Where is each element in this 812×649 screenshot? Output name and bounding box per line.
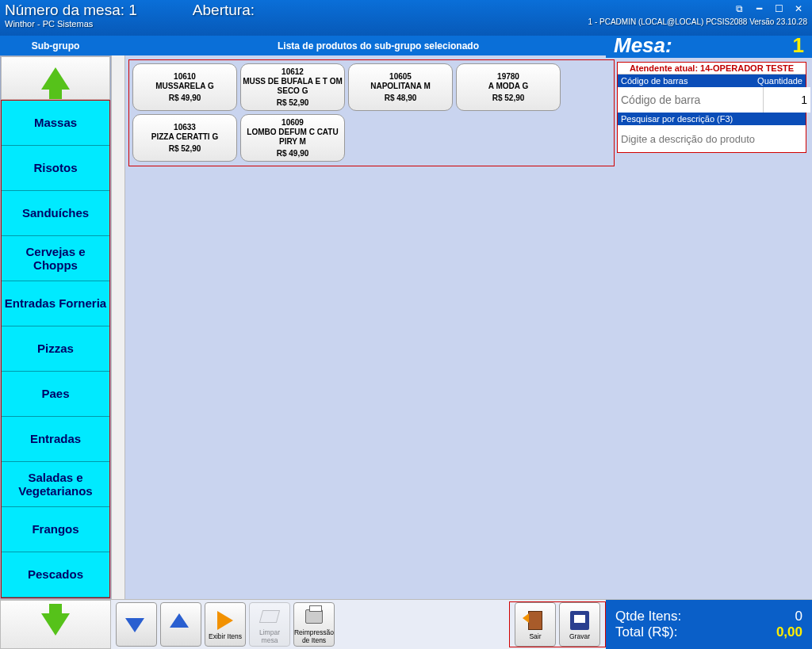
printer-icon	[305, 609, 323, 624]
product-name: MUSS DE BUFALA E T OM SECO G	[243, 77, 343, 96]
scroll-up-button[interactable]	[160, 602, 201, 647]
quantity-input[interactable]	[763, 87, 810, 113]
category-item[interactable]: Cervejas e Chopps	[2, 236, 109, 281]
subgroup-header: Sub-grupo	[0, 40, 111, 52]
status-text: 1 - PCADMIN (LOCAL@LOCAL) PCSIS2088 Vers…	[588, 17, 807, 26]
category-item[interactable]: Massas	[2, 101, 109, 146]
reimpressao-label: Reimpressão de Itens	[294, 628, 334, 644]
exibir-itens-button[interactable]: Exibir Itens	[205, 602, 246, 647]
limpar-mesa-button: Limpar mesa	[249, 602, 290, 647]
product-name: PIZZA CERATTI G	[151, 132, 218, 142]
product-code: 10605	[389, 72, 412, 82]
total-label: Total (R$):	[615, 624, 677, 640]
gravar-label: Gravar	[569, 632, 590, 640]
product-name: A MODA G	[488, 82, 528, 91]
mesa-number: 1	[793, 33, 804, 58]
category-item[interactable]: Entradas Forneria	[2, 281, 109, 326]
sair-button[interactable]: Sair	[515, 602, 556, 647]
category-item[interactable]: Risotos	[2, 146, 109, 191]
exit-door-icon	[528, 611, 542, 630]
product-name: MUSSARELA G	[155, 82, 214, 91]
product-tile[interactable]: 10633PIZZA CERATTI GR$ 52,90	[132, 114, 237, 162]
product-tile[interactable]: 10605NAPOLITANA MR$ 48,90	[348, 63, 453, 111]
blue-arrow-down-icon	[125, 618, 144, 632]
limpar-mesa-label: Limpar mesa	[251, 628, 289, 644]
app-subtitle: Winthor - PC Sistemas	[5, 19, 255, 29]
scroll-down-button[interactable]	[116, 602, 157, 647]
blue-arrow-up-icon	[170, 613, 189, 628]
barcode-input[interactable]	[618, 87, 763, 113]
eraser-icon	[259, 610, 280, 623]
save-disk-icon	[570, 611, 589, 630]
category-item[interactable]: Frangos	[2, 507, 109, 552]
arrow-down-icon	[41, 613, 70, 636]
arrow-up-icon	[41, 67, 70, 90]
product-code: 10633	[174, 123, 196, 132]
qtde-itens-label: Qtde Itens:	[615, 609, 681, 624]
product-price: R$ 52,90	[277, 98, 309, 108]
sair-label: Sair	[529, 632, 541, 640]
window-close-icon[interactable]: ✕	[790, 2, 807, 16]
window-maximize-icon[interactable]: ☐	[770, 2, 787, 16]
product-price: R$ 52,90	[492, 94, 525, 103]
category-scroll-up-button[interactable]	[1, 56, 110, 100]
totals-panel: Qtde Itens: 0 Total (R$): 0,00	[606, 600, 812, 649]
category-list: MassasRisotosSanduíchesCervejas e Chopps…	[1, 100, 110, 598]
product-code: 10612	[282, 67, 304, 77]
product-price: R$ 52,90	[169, 144, 201, 154]
product-code: 10609	[282, 118, 304, 128]
gravar-button[interactable]: Gravar	[559, 602, 600, 647]
sidebar-scrollbar[interactable]	[111, 55, 125, 599]
product-name: LOMBO DEFUM C CATU PIRY M	[243, 128, 343, 147]
product-tile[interactable]: 10612MUSS DE BUFALA E T OM SECO GR$ 52,9…	[240, 63, 345, 111]
qtde-itens-value: 0	[795, 609, 802, 624]
mesa-label: Mesa:	[614, 33, 672, 58]
category-item[interactable]: Pizzas	[2, 326, 109, 372]
barcode-header: Código de barras	[621, 76, 688, 86]
product-code: 10610	[174, 72, 196, 82]
bottom-toolbar: Exibir Itens Limpar mesa Reimpressão de …	[0, 599, 812, 649]
product-price: R$ 49,90	[277, 149, 309, 158]
abertura-label: Abertura:	[193, 2, 255, 19]
product-tile[interactable]: 19780A MODA GR$ 52,90	[456, 63, 561, 111]
product-price: R$ 48,90	[385, 94, 417, 103]
qty-header: Quantidade	[757, 76, 802, 86]
category-item[interactable]: Entradas	[2, 417, 109, 462]
category-item[interactable]: Pescados	[2, 552, 109, 597]
mesa-indicator: Mesa: 1	[606, 33, 812, 58]
search-header: Pesquisar por descrição (F3)	[618, 113, 806, 125]
title-bar: Número da mesa: 1 Abertura: Winthor - PC…	[0, 0, 812, 36]
column-headers: Sub-grupo Lista de produtos do sub-grupo…	[0, 36, 812, 55]
category-item[interactable]: Paes	[2, 372, 109, 417]
total-value: 0,00	[776, 624, 802, 640]
reimpressao-button[interactable]: Reimpressão de Itens	[293, 602, 335, 647]
product-list-header: Lista de produtos do sub-grupo seleciona…	[111, 40, 606, 52]
category-item[interactable]: Sanduíches	[2, 191, 109, 236]
products-grid: 10610MUSSARELA GR$ 49,9010612MUSS DE BUF…	[128, 59, 615, 166]
category-item[interactable]: Saladas e Vegetarianos	[2, 462, 109, 507]
category-sidebar: MassasRisotosSanduíchesCervejas e Chopps…	[0, 55, 111, 599]
orange-arrow-right-icon	[217, 611, 233, 630]
right-input-panel: Atendente atual: 14-OPERADOR TESTE Códig…	[615, 59, 809, 595]
attendant-label: Atendente atual: 14-OPERADOR TESTE	[618, 63, 806, 74]
table-number-label: Número da mesa: 1	[5, 2, 137, 19]
category-scroll-down-button[interactable]	[0, 600, 111, 649]
product-search-input[interactable]	[618, 125, 806, 152]
window-restore-down-icon[interactable]: ⧉	[730, 2, 748, 16]
product-tile[interactable]: 10609LOMBO DEFUM C CATU PIRY MR$ 49,90	[240, 114, 345, 162]
products-area: 10610MUSSARELA GR$ 49,9010612MUSS DE BUF…	[125, 55, 812, 599]
product-tile[interactable]: 10610MUSSARELA GR$ 49,90	[132, 63, 237, 111]
product-price: R$ 49,90	[169, 94, 201, 103]
product-code: 19780	[497, 72, 519, 82]
product-name: NAPOLITANA M	[370, 82, 431, 91]
exibir-itens-label: Exibir Itens	[209, 632, 242, 640]
window-minimize-icon[interactable]: ━	[750, 2, 768, 16]
